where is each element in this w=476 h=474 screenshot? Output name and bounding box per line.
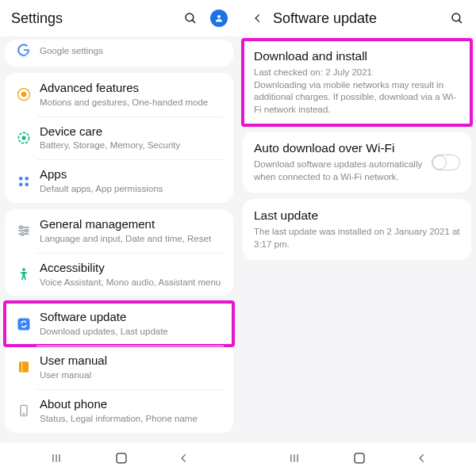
settings-item-sub: Voice Assistant, Mono audio, Assistant m… <box>40 277 224 289</box>
settings-item-advanced[interactable]: Advanced features Motions and gestures, … <box>5 73 233 117</box>
usermanual-icon <box>11 359 36 375</box>
settings-item-accessibility[interactable]: Accessibility Voice Assistant, Mono audi… <box>5 253 233 296</box>
auto-download-sub: Download software updates automatically … <box>254 159 424 183</box>
settings-header: Settings <box>0 0 238 36</box>
accessibility-icon <box>11 266 36 282</box>
devicecare-icon <box>11 130 36 146</box>
settings-item-label: General management <box>40 217 224 232</box>
settings-item-label: Software update <box>40 310 224 325</box>
settings-item-sub: Battery, Storage, Memory, Security <box>40 140 224 151</box>
settings-item-label: User manual <box>40 354 224 369</box>
nav-back-icon[interactable] <box>178 452 190 464</box>
svg-point-10 <box>19 182 23 186</box>
svg-point-17 <box>21 233 24 235</box>
search-icon[interactable] <box>179 7 202 29</box>
search-icon[interactable] <box>446 7 468 29</box>
settings-item-sub: Google settings <box>40 45 224 57</box>
settings-item-label: Accessibility <box>40 261 224 276</box>
settings-card: Advanced features Motions and gestures, … <box>5 73 233 203</box>
settings-title: Settings <box>11 10 173 27</box>
settings-item-usermanual[interactable]: User manual User manual <box>5 346 233 389</box>
settings-body: Google settings Advanced features Motion… <box>0 36 238 442</box>
softwareupdate-icon <box>11 316 36 332</box>
settings-item-sub: User manual <box>40 369 224 381</box>
svg-point-2 <box>217 15 221 18</box>
apps-icon <box>11 174 36 189</box>
svg-line-29 <box>459 20 462 23</box>
settings-item-label: About phone <box>40 397 224 412</box>
general-icon <box>11 223 36 239</box>
settings-item-sub: Default apps, App permissions <box>40 183 224 195</box>
settings-item-google[interactable]: Google settings <box>5 40 233 67</box>
softwareupdate-title: Software update <box>273 10 440 27</box>
back-icon[interactable] <box>249 12 267 25</box>
svg-point-0 <box>186 13 194 21</box>
svg-point-11 <box>25 182 29 186</box>
settings-item-sub: Motions and gestures, One-handed mode <box>40 97 224 109</box>
settings-item-label: Device care <box>40 124 224 140</box>
settings-card: General management Language and input, D… <box>5 209 233 296</box>
svg-point-7 <box>22 136 26 140</box>
svg-rect-27 <box>117 453 126 463</box>
google-icon <box>11 43 36 59</box>
svg-point-8 <box>19 177 23 181</box>
settings-item-aboutphone[interactable]: About phone Status, Legal information, P… <box>5 389 233 433</box>
svg-point-16 <box>25 230 28 232</box>
settings-item-label: Apps <box>40 167 224 182</box>
svg-point-28 <box>452 13 460 21</box>
svg-point-9 <box>25 177 29 181</box>
auto-download-label: Auto download over Wi-Fi <box>254 141 424 155</box>
svg-rect-20 <box>19 362 29 373</box>
account-icon[interactable] <box>208 7 230 29</box>
download-install-card[interactable]: Download and install Last checked on: 2 … <box>243 40 471 125</box>
advanced-icon <box>11 86 36 102</box>
settings-pane: Settings Google settings <box>0 0 238 474</box>
svg-point-15 <box>20 227 22 229</box>
auto-download-card[interactable]: Auto download over Wi-Fi Download softwa… <box>243 132 471 193</box>
download-install-label: Download and install <box>254 49 460 63</box>
settings-card: Google settings <box>5 40 233 67</box>
softwareupdate-pane: Software update Download and install Las… <box>238 0 476 474</box>
settings-item-softwareupdate[interactable]: Software update Download updates, Last u… <box>5 302 233 346</box>
svg-rect-19 <box>18 318 30 330</box>
nav-home-icon[interactable] <box>352 451 367 465</box>
svg-point-5 <box>21 92 27 97</box>
nav-home-icon[interactable] <box>114 451 129 465</box>
settings-item-sub: Status, Legal information, Phone name <box>40 413 224 425</box>
last-update-label: Last update <box>254 208 460 223</box>
nav-bar <box>238 442 476 474</box>
settings-item-apps[interactable]: Apps Default apps, App permissions <box>5 159 233 203</box>
softwareupdate-header: Software update <box>238 0 476 36</box>
auto-download-toggle[interactable] <box>432 155 460 170</box>
settings-item-sub: Language and input, Date and time, Reset <box>40 233 224 245</box>
aboutphone-icon <box>11 402 36 419</box>
download-install-note: Downloading via mobile networks may resu… <box>254 79 460 117</box>
settings-item-label: Advanced features <box>40 81 224 96</box>
nav-recents-icon[interactable] <box>286 453 302 464</box>
settings-item-devicecare[interactable]: Device care Battery, Storage, Memory, Se… <box>5 117 233 160</box>
last-update-card[interactable]: Last update The last update was installe… <box>243 199 471 260</box>
last-update-sub: The last update was installed on 2 Janua… <box>254 226 460 250</box>
settings-item-general[interactable]: General management Language and input, D… <box>5 209 233 253</box>
svg-line-1 <box>192 20 195 23</box>
nav-recents-icon[interactable] <box>48 453 64 464</box>
svg-rect-33 <box>355 453 364 463</box>
softwareupdate-body: Download and install Last checked on: 2 … <box>238 36 476 442</box>
nav-back-icon[interactable] <box>416 452 428 464</box>
settings-card: Software update Download updates, Last u… <box>5 302 233 432</box>
svg-point-18 <box>22 268 25 271</box>
nav-bar <box>0 442 238 474</box>
svg-point-23 <box>23 413 24 414</box>
svg-rect-21 <box>21 362 23 373</box>
download-install-checked: Last checked on: 2 July 2021 <box>254 67 460 79</box>
settings-item-sub: Download updates, Last update <box>40 326 224 338</box>
